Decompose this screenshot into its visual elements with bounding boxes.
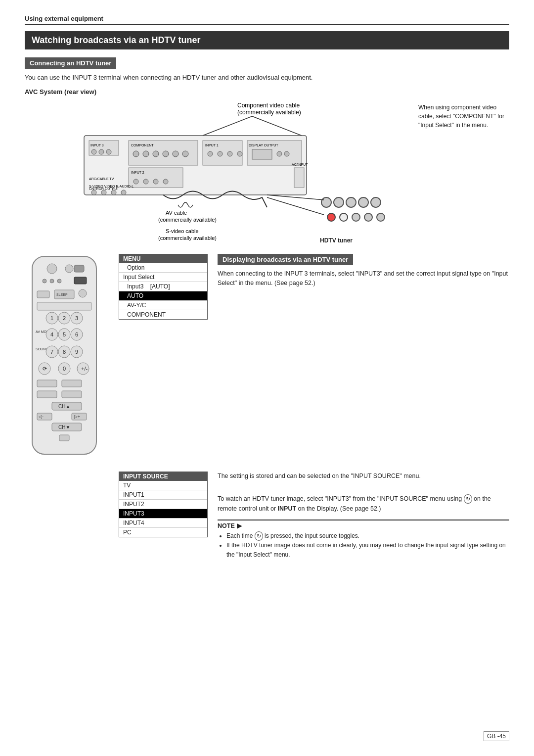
svg-point-17	[182, 151, 188, 157]
connecting-subtitle: Connecting an HDTV tuner	[25, 57, 116, 69]
svg-text:◁-: ◁-	[39, 414, 44, 419]
menu-option-input-select: Input Select	[119, 273, 207, 282]
svg-rect-26	[252, 149, 272, 159]
svg-point-23	[237, 151, 242, 156]
note-item-2: If the HDTV tuner image does not come in…	[226, 541, 509, 559]
note-list: Each time ↻ is pressed, the input source…	[218, 531, 509, 559]
svg-point-34	[163, 179, 168, 184]
svg-text:(commercially available): (commercially available)	[158, 235, 217, 241]
svg-text:AC/INPUT: AC/INPUT	[292, 163, 308, 166]
svg-rect-99	[37, 380, 57, 387]
svg-rect-100	[62, 380, 82, 387]
svg-point-28	[284, 151, 289, 156]
input-source-pc: PC	[119, 528, 207, 537]
svg-text:CH▲: CH▲	[58, 404, 70, 409]
input-source-box: INPUT SOURCE TV INPUT1 INPUT2 INPUT3 INP…	[119, 472, 208, 537]
svg-point-52	[371, 197, 381, 207]
svg-text:(commercially available): (commercially available)	[158, 217, 217, 223]
svg-point-39	[121, 190, 126, 195]
menu-option-auto: AUTO	[119, 291, 207, 301]
svg-text:9: 9	[75, 349, 78, 355]
svg-text:COMPONENT: COMPONENT	[131, 143, 154, 147]
svg-point-31	[134, 179, 138, 184]
description-col: Displaying broadcasts via an HDTV tuner …	[218, 254, 509, 462]
svg-point-12	[133, 151, 139, 157]
svg-rect-67	[74, 277, 87, 284]
note-item-1: Each time ↻ is pressed, the input source…	[226, 531, 509, 541]
right-note: When using component video cable, select…	[410, 88, 509, 130]
input-source-spacer	[25, 472, 109, 559]
hdtv-label: HDTV tuner	[262, 237, 410, 244]
svg-point-16	[173, 151, 178, 157]
input-source-header: INPUT SOURCE	[119, 472, 207, 481]
displaying-description: When connecting to the INPUT 3 terminals…	[218, 269, 509, 288]
svg-text:+/-: +/-	[81, 366, 88, 372]
intro-text: You can use the INPUT 3 terminal when co…	[25, 74, 509, 81]
svg-point-32	[143, 179, 148, 184]
svg-rect-101	[37, 391, 57, 398]
svg-point-15	[163, 151, 169, 157]
svg-text:CH▼: CH▼	[58, 425, 70, 430]
note-box: NOTE Each time ↻ is pressed, the input s…	[218, 520, 509, 559]
svg-text:0: 0	[63, 366, 66, 372]
menu-col: MENU Option Input Select Input3 [AUTO] A…	[119, 254, 208, 462]
svg-point-51	[358, 197, 368, 207]
input-source-desc1: The setting is stored and can be selecte…	[218, 472, 509, 481]
svg-line-2	[203, 116, 252, 136]
svg-line-58	[267, 195, 324, 200]
menu-option-option: Option	[119, 263, 207, 273]
svg-text:3: 3	[75, 315, 78, 321]
input-source-section: INPUT SOURCE TV INPUT1 INPUT2 INPUT3 INP…	[25, 472, 509, 559]
right-note-text: When using component video cable, select…	[418, 104, 504, 129]
header-title: Using external equipment	[25, 15, 103, 22]
svg-rect-72	[37, 302, 91, 310]
svg-point-49	[334, 197, 344, 207]
displaying-subtitle: Displaying broadcasts via an HDTV tuner	[218, 254, 353, 265]
svg-point-22	[227, 151, 232, 156]
input-source-description: The setting is stored and can be selecte…	[218, 472, 509, 559]
svg-point-66	[57, 279, 61, 283]
svg-point-62	[65, 265, 73, 273]
svg-point-71	[79, 289, 87, 297]
bottom-section: SLEEP 1 2 3 AV MODE 4 5 6 SOUND 7	[25, 254, 509, 462]
section-title: Watching broadcasts via an HDTV tuner	[25, 31, 509, 49]
input-button-icon: ↻	[464, 494, 472, 504]
svg-point-37	[101, 190, 106, 195]
diagram-left: AVC System (rear view) Component video c…	[25, 88, 410, 244]
svg-point-53	[327, 213, 335, 221]
avc-diagram-svg: Component video cable (commercially avai…	[25, 98, 400, 247]
svg-rect-40	[294, 168, 304, 188]
svg-point-9	[106, 149, 111, 154]
svg-text:S-video cable: S-video cable	[166, 228, 199, 234]
svg-text:AV cable: AV cable	[166, 210, 187, 216]
input-source-tv: TV	[119, 481, 207, 490]
svg-text:SLEEP: SLEEP	[56, 293, 68, 296]
note-header: NOTE	[218, 520, 509, 529]
input-source-input3: INPUT3	[119, 509, 207, 519]
remote-col: SLEEP 1 2 3 AV MODE 4 5 6 SOUND 7	[25, 254, 109, 462]
svg-text:Component  video cable: Component video cable	[237, 102, 300, 109]
svg-point-8	[99, 149, 104, 154]
svg-text:DISPLAY OUTPUT: DISPLAY OUTPUT	[249, 143, 278, 147]
menu-option-input3: Input3 [AUTO]	[119, 282, 207, 291]
svg-text:(commercially available): (commercially available)	[237, 109, 301, 116]
svg-rect-63	[74, 265, 84, 272]
input-source-desc2: To watch an HDTV tuner image, select "IN…	[218, 494, 509, 514]
svg-text:INPUT 3: INPUT 3	[90, 143, 104, 147]
remote-control-svg: SLEEP 1 2 3 AV MODE 4 5 6 SOUND 7	[25, 254, 104, 462]
diagram-area: AVC System (rear view) Component video c…	[25, 88, 509, 244]
svg-rect-111	[59, 435, 69, 441]
svg-point-13	[143, 151, 149, 157]
svg-point-33	[153, 179, 158, 184]
svg-line-3	[252, 116, 302, 136]
svg-point-20	[208, 151, 213, 156]
svg-point-48	[321, 197, 331, 207]
svg-text:8: 8	[63, 349, 66, 355]
avc-label: AVC System (rear view)	[25, 88, 410, 95]
svg-point-54	[340, 213, 348, 221]
svg-point-7	[91, 149, 96, 154]
svg-text:CNTROR OUTPUT: CNTROR OUTPUT	[89, 187, 119, 190]
svg-text:1: 1	[50, 315, 53, 321]
svg-text:5: 5	[63, 331, 66, 337]
svg-rect-102	[62, 391, 82, 398]
